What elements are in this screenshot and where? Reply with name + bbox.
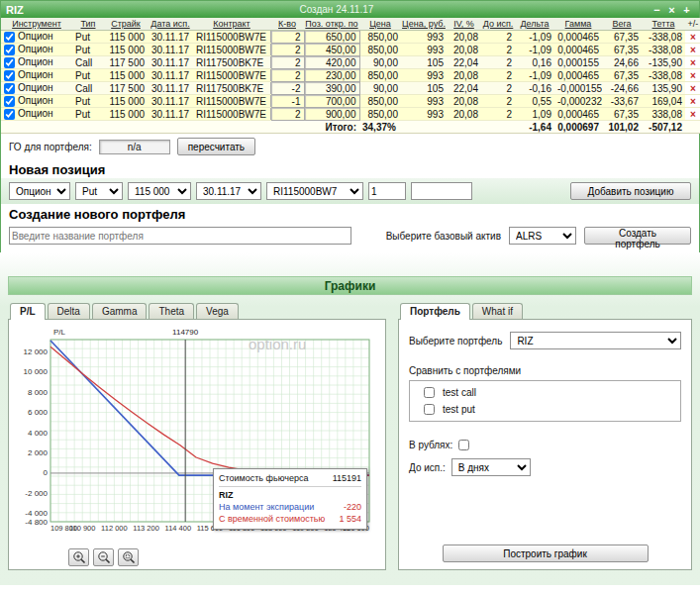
- option-type-select[interactable]: Put: [75, 182, 123, 200]
- gamma: -0,000155: [554, 82, 602, 95]
- instrument-label: Опцион: [18, 31, 53, 42]
- portfolio-select[interactable]: RIZ: [510, 332, 681, 349]
- recalculate-button[interactable]: пересчитать: [177, 138, 255, 155]
- build-chart-button[interactable]: Построить график: [443, 544, 649, 562]
- tooltip-time-label: С временной стоимостью: [219, 513, 325, 525]
- add-position-button[interactable]: Добавить позицию: [570, 182, 691, 200]
- quantity[interactable]: 2: [270, 69, 304, 82]
- open-price[interactable]: 650,00: [304, 31, 359, 44]
- column-header[interactable]: До исп.: [481, 18, 515, 31]
- create-portfolio-button[interactable]: Создать портфель: [584, 227, 691, 245]
- open-price[interactable]: 390,00: [304, 82, 359, 95]
- delete-position-icon[interactable]: ×: [685, 82, 700, 95]
- svg-text:4 000: 4 000: [28, 429, 49, 438]
- rubles-checkbox[interactable]: [458, 440, 469, 450]
- delta: 1,09: [515, 108, 554, 121]
- zoom-out-icon[interactable]: [93, 548, 114, 566]
- column-header[interactable]: Инструмент: [1, 18, 72, 31]
- add-position-icon[interactable]: +: [679, 4, 694, 16]
- portfolio-name-input[interactable]: [9, 227, 351, 245]
- price-input[interactable]: [411, 182, 472, 200]
- iv-percent: 20,08: [447, 69, 481, 82]
- column-header[interactable]: Вега: [602, 18, 642, 31]
- position-row: ОпционPut115 00030.11.17RI115000BW7E2450…: [1, 44, 700, 56]
- tooltip-futures-value: 115191: [333, 472, 361, 484]
- price-rub: 993: [401, 95, 447, 108]
- instrument-cell: Опцион: [1, 31, 72, 44]
- quantity[interactable]: 2: [270, 44, 304, 56]
- delete-position-icon[interactable]: ×: [685, 95, 700, 108]
- quantity[interactable]: -2: [270, 82, 304, 95]
- instrument-label: Опцион: [18, 44, 53, 54]
- vega: 67,35: [602, 31, 642, 44]
- column-header[interactable]: Страйк: [104, 18, 148, 31]
- column-header[interactable]: IV, %: [447, 18, 481, 31]
- totals-spacer2: [401, 121, 515, 134]
- position-checkbox[interactable]: [4, 32, 15, 43]
- charts-area: Графики P/LDeltaGammaThetaVega 12 00010 …: [0, 252, 700, 585]
- column-header[interactable]: Дата исп.: [148, 18, 193, 31]
- quantity[interactable]: 2: [270, 56, 304, 69]
- column-header[interactable]: Гамма: [554, 18, 602, 31]
- expiry-select[interactable]: 30.11.17: [196, 182, 261, 200]
- price: 850,00: [359, 108, 401, 121]
- tooltip-expiration-label: На момент экспирации: [219, 501, 314, 513]
- quantity[interactable]: -1: [270, 95, 304, 108]
- delete-position-icon[interactable]: ×: [685, 69, 700, 82]
- tab-what-if[interactable]: What if: [472, 303, 523, 320]
- column-header[interactable]: Цена, руб.: [401, 18, 447, 31]
- column-header[interactable]: К-во: [270, 18, 304, 31]
- instrument-cell: Опцион: [1, 82, 72, 95]
- instrument-select[interactable]: Опцион: [9, 182, 70, 200]
- days-row: До исп.: В днях: [409, 458, 681, 476]
- open-price[interactable]: 420,00: [304, 56, 359, 69]
- column-header[interactable]: Поз. откр. по: [304, 18, 359, 31]
- zoom-in-icon[interactable]: [68, 548, 89, 566]
- days-select[interactable]: В днях: [451, 458, 531, 476]
- tab-delta[interactable]: Delta: [48, 303, 90, 320]
- contract-select[interactable]: RI115000BW7: [266, 182, 363, 200]
- instrument-label: Опцион: [18, 95, 53, 106]
- chart-panel: P/LDeltaGammaThetaVega 12 00010 0008 000…: [8, 303, 386, 570]
- delete-position-icon[interactable]: ×: [685, 31, 700, 44]
- zoom-area-icon[interactable]: [118, 548, 139, 566]
- new-position-title: Новая позиция: [1, 159, 699, 178]
- tooltip-futures-label: Стоимость фьючерса: [219, 472, 308, 484]
- compare-portfolio-checkbox[interactable]: [424, 387, 435, 398]
- totals-spacer: [1, 121, 304, 134]
- close-icon[interactable]: ×: [664, 4, 679, 16]
- tab-theta[interactable]: Theta: [149, 303, 194, 320]
- tab-gamma[interactable]: Gamma: [92, 303, 148, 320]
- open-price[interactable]: 700,00: [304, 95, 359, 108]
- column-header[interactable]: Цена: [359, 18, 401, 31]
- price: 850,00: [359, 95, 401, 108]
- quantity[interactable]: 2: [270, 108, 304, 121]
- gamma: 0,000465: [554, 31, 602, 44]
- delete-position-icon[interactable]: ×: [685, 56, 700, 69]
- column-header[interactable]: Тип: [72, 18, 104, 31]
- open-price[interactable]: 450,00: [304, 44, 359, 56]
- position-checkbox[interactable]: [4, 96, 15, 107]
- tab-vega[interactable]: Vega: [196, 303, 239, 320]
- strike-select[interactable]: 115 000: [128, 182, 191, 200]
- column-header[interactable]: Дельта: [515, 18, 554, 31]
- tab-портфель[interactable]: Портфель: [400, 303, 470, 320]
- iv-percent: 22,04: [447, 56, 481, 69]
- compare-portfolio-checkbox[interactable]: [424, 404, 435, 415]
- tab-p-l[interactable]: P/L: [10, 303, 46, 320]
- quantity-input[interactable]: [368, 182, 406, 200]
- quantity[interactable]: 2: [270, 31, 304, 44]
- position-checkbox[interactable]: [4, 109, 15, 120]
- position-checkbox[interactable]: [4, 57, 15, 68]
- delete-position-icon[interactable]: ×: [685, 108, 700, 121]
- position-checkbox[interactable]: [4, 83, 15, 94]
- minimize-icon[interactable]: −: [650, 4, 664, 16]
- column-header[interactable]: Контракт: [193, 18, 270, 31]
- column-header[interactable]: Тетта: [642, 18, 685, 31]
- base-asset-select[interactable]: ALRS: [509, 227, 576, 245]
- position-checkbox[interactable]: [4, 45, 15, 55]
- open-price[interactable]: 900,00: [304, 108, 359, 121]
- position-checkbox[interactable]: [4, 70, 15, 81]
- delete-position-icon[interactable]: ×: [685, 44, 700, 56]
- open-price[interactable]: 230,00: [304, 69, 359, 82]
